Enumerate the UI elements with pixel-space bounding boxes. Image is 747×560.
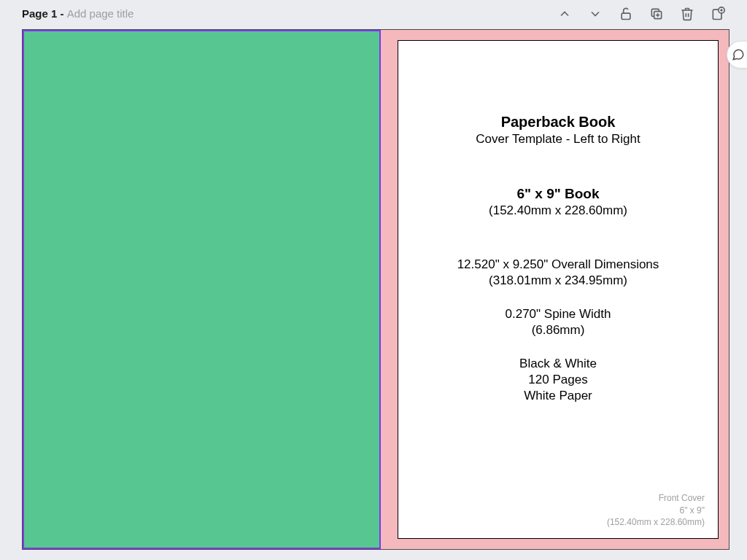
pages-spec: 120 Pages	[398, 373, 718, 387]
book-size-mm: (152.40mm x 228.60mm)	[398, 203, 718, 218]
template-subtitle: Cover Template - Left to Right	[398, 132, 718, 147]
back-cover-shape[interactable]	[23, 30, 381, 549]
page-separator: -	[57, 7, 66, 20]
comments-toggle-button[interactable]	[727, 41, 747, 69]
chevron-up-icon	[557, 7, 572, 21]
add-page-icon	[711, 7, 725, 21]
template-spec-text: Paperback Book Cover Template - Left to …	[398, 41, 718, 403]
svg-rect-0	[622, 13, 630, 19]
corner-title: Front Cover	[607, 492, 705, 504]
template-title: Paperback Book	[398, 114, 718, 131]
duplicate-icon	[649, 7, 664, 21]
page-title-group[interactable]: Page 1 - Add page title	[22, 7, 133, 20]
canvas-viewport[interactable]: Paperback Book Cover Template - Left to …	[22, 29, 729, 550]
corner-size: 6" x 9"	[607, 505, 705, 516]
spine-width: 0.270" Spine Width	[398, 307, 718, 322]
page-number-label: Page 1	[22, 7, 57, 20]
front-cover-panel[interactable]: Paperback Book Cover Template - Left to …	[398, 40, 719, 539]
unlock-icon	[619, 7, 633, 21]
color-spec: Black & White	[398, 357, 718, 371]
book-size-label: 6" x 9" Book	[398, 186, 718, 202]
chevron-down-icon	[588, 7, 603, 21]
book-cover-template[interactable]: Paperback Book Cover Template - Left to …	[22, 29, 729, 550]
spine-width-mm: (6.86mm)	[398, 323, 718, 338]
page-header: Page 1 - Add page title	[0, 0, 747, 26]
add-page-button[interactable]	[708, 4, 728, 24]
comment-icon	[732, 48, 745, 61]
page-title-placeholder[interactable]: Add page title	[67, 7, 134, 20]
expand-down-button[interactable]	[585, 4, 605, 24]
front-cover-corner-label: Front Cover 6" x 9" (152.40mm x 228.60mm…	[607, 492, 705, 528]
duplicate-button[interactable]	[646, 4, 667, 24]
overall-dimensions: 12.520" x 9.250" Overall Dimensions	[398, 257, 718, 272]
unlock-button[interactable]	[616, 4, 636, 24]
collapse-up-button[interactable]	[554, 4, 575, 24]
trash-icon	[680, 7, 694, 21]
corner-size-mm: (152.40mm x 228.60mm)	[607, 516, 705, 528]
paper-spec: White Paper	[398, 389, 718, 403]
delete-button[interactable]	[677, 4, 697, 24]
overall-dimensions-mm: (318.01mm x 234.95mm)	[398, 273, 718, 288]
page-toolbar	[554, 4, 735, 24]
